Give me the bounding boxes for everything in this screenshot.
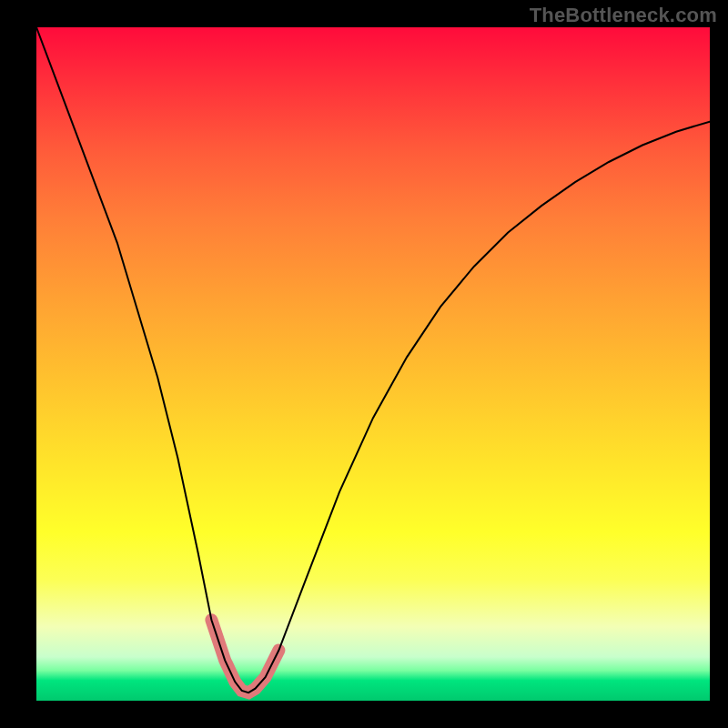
bottleneck-curve — [36, 27, 710, 693]
chart-frame: TheBottleneck.com — [0, 0, 728, 728]
plot-area — [36, 27, 710, 701]
attribution-label: TheBottleneck.com — [530, 4, 717, 27]
curve-svg — [36, 27, 710, 701]
bottleneck-band — [211, 620, 278, 693]
